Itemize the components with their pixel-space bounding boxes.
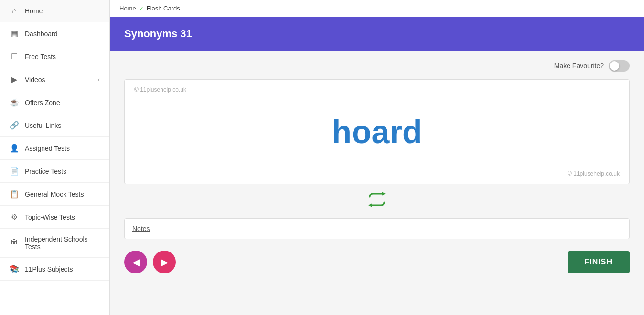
sidebar-item-assigned-tests[interactable]: 👤 Assigned Tests (0, 137, 109, 160)
flashcard-word: hoard (134, 93, 620, 170)
links-icon: 🔗 (10, 121, 19, 130)
flip-icon[interactable] (367, 192, 386, 210)
copyright-bottom: © 11plusehelp.co.uk (568, 170, 620, 177)
subjects-icon: 📚 (10, 264, 19, 273)
prev-icon: ◀ (132, 256, 140, 268)
sidebar-item-label: Videos (25, 76, 92, 84)
sidebar-item-dashboard[interactable]: ▦ Dashboard (0, 22, 109, 45)
sidebar-item-label: 11Plus Subjects (25, 265, 100, 273)
notes-label[interactable]: Notes (132, 225, 150, 232)
svg-marker-0 (382, 192, 386, 196)
finish-button[interactable]: FINISH (568, 251, 630, 273)
sidebar-item-label: Dashboard (25, 30, 100, 38)
favourite-toggle[interactable] (609, 60, 630, 72)
sidebar-item-offers-zone[interactable]: ☕ Offers Zone (0, 91, 109, 114)
breadcrumb-home[interactable]: Home (119, 5, 136, 12)
sidebar-item-videos[interactable]: ▶ Videos ‹ (0, 68, 109, 91)
sidebar-item-label: General Mock Tests (25, 190, 100, 198)
breadcrumb: Home ✓ Flash Cards (110, 0, 644, 17)
sidebar-item-label: Free Tests (25, 53, 100, 61)
sidebar-item-useful-links[interactable]: 🔗 Useful Links (0, 114, 109, 137)
svg-marker-1 (368, 203, 372, 207)
favourite-label: Make Favourite? (554, 62, 604, 70)
next-icon: ▶ (161, 256, 168, 268)
notes-box: Notes (124, 218, 630, 239)
sidebar-item-independent-schools[interactable]: 🏛 Independent SchoolsTests (0, 229, 109, 258)
favourite-row: Make Favourite? (124, 60, 630, 72)
main-content: Home ✓ Flash Cards Synonyms 31 Make Favo… (110, 0, 644, 315)
dashboard-icon: ▦ (10, 29, 19, 38)
sidebar-item-label: Practice Tests (25, 168, 100, 175)
offers-icon: ☕ (10, 98, 19, 107)
sidebar: ⌂ Home ▦ Dashboard ☐ Free Tests ▶ Videos… (0, 0, 110, 315)
sidebar-item-label: Assigned Tests (25, 145, 100, 152)
prev-button[interactable]: ◀ (124, 251, 147, 273)
flashcard: © 11plusehelp.co.uk hoard © 11plusehelp.… (124, 79, 630, 184)
sidebar-item-home[interactable]: ⌂ Home (0, 0, 109, 22)
nav-row: ◀ ▶ FINISH (124, 251, 630, 273)
sidebar-item-general-mock-tests[interactable]: 📋 General Mock Tests (0, 183, 109, 206)
sidebar-item-practice-tests[interactable]: 📄 Practice Tests (0, 160, 109, 183)
school-icon: 🏛 (10, 239, 19, 247)
nav-buttons: ◀ ▶ (124, 251, 176, 273)
topic-icon: ⚙ (10, 212, 19, 221)
page-title: Synonyms 31 (124, 28, 192, 40)
sidebar-item-label: Useful Links (25, 122, 100, 129)
free-tests-icon: ☐ (10, 52, 19, 61)
sidebar-item-label: Offers Zone (25, 99, 100, 106)
sidebar-item-label: Independent SchoolsTests (25, 235, 100, 251)
practice-icon: 📄 (10, 167, 19, 176)
sidebar-item-11plus-subjects[interactable]: 📚 11Plus Subjects (0, 258, 109, 281)
flip-area (124, 192, 630, 210)
assigned-icon: 👤 (10, 144, 19, 153)
copyright-top: © 11plusehelp.co.uk (134, 86, 186, 93)
sidebar-item-topic-wise-tests[interactable]: ⚙ Topic-Wise Tests (0, 206, 109, 229)
next-button[interactable]: ▶ (153, 251, 176, 273)
mock-icon: 📋 (10, 189, 19, 199)
sidebar-item-free-tests[interactable]: ☐ Free Tests (0, 45, 109, 68)
content-area: Make Favourite? © 11plusehelp.co.uk hoar… (110, 51, 644, 315)
breadcrumb-current: Flash Cards (147, 5, 180, 12)
sidebar-item-label: Home (25, 7, 100, 15)
videos-icon: ▶ (10, 75, 19, 84)
sidebar-item-label: Topic-Wise Tests (25, 213, 100, 221)
chevron-left-icon: ‹ (98, 76, 100, 83)
home-icon: ⌂ (10, 7, 19, 15)
breadcrumb-check: ✓ (139, 5, 144, 12)
page-header: Synonyms 31 (110, 17, 644, 51)
